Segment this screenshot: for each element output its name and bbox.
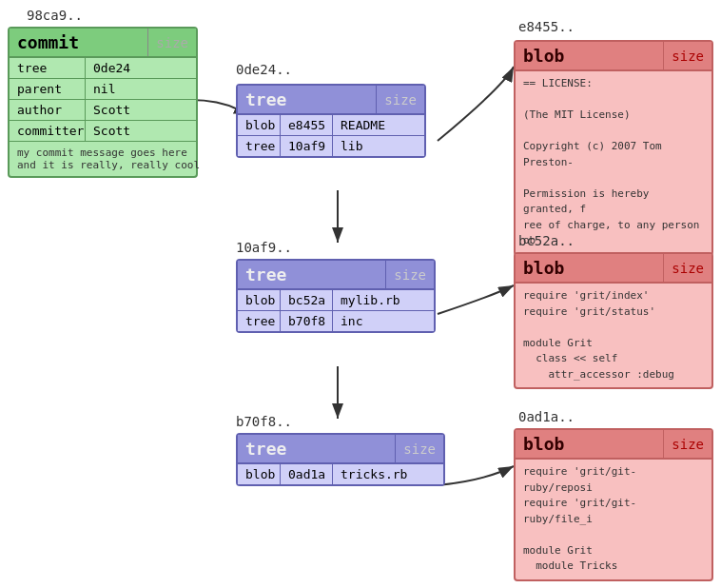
blob1-content: == LICENSE: (The MIT License) Copyright … (516, 71, 711, 254)
tree3-blob-name: tricks.rb (333, 464, 443, 484)
tree2-title: tree (238, 261, 385, 288)
tree3-size: size (395, 435, 443, 462)
tree1-blob-type: blob (238, 115, 281, 135)
tree1-title: tree (238, 86, 376, 113)
blob2-hash-label: bc52a.. (518, 233, 575, 248)
blob3-hash-label: 0ad1a.. (518, 409, 575, 424)
tree1-row-tree: tree 10af9 lib (238, 136, 424, 156)
commit-box: commit size tree 0de24 parent nil author… (8, 27, 198, 178)
commit-parent-label: parent (10, 79, 86, 99)
commit-row-author: author Scott (10, 100, 196, 121)
commit-row-tree: tree 0de24 (10, 58, 196, 79)
tree1-row-blob: blob e8455 README (238, 115, 424, 136)
commit-hash-label: 98ca9.. (27, 8, 83, 23)
tree2-hash-label: 10af9.. (236, 240, 292, 255)
tree2-tree-hash: b70f8 (281, 311, 333, 331)
tree2-row-tree: tree b70f8 inc (238, 311, 434, 331)
tree2-header: tree size (238, 261, 434, 290)
tree2-size: size (385, 261, 434, 288)
blob3-size: size (663, 430, 711, 458)
blob1-title: blob (516, 42, 663, 69)
commit-parent-value: nil (86, 79, 196, 99)
tree1-header: tree size (238, 86, 424, 115)
tree2-blob-type: blob (238, 290, 281, 310)
commit-committer-value: Scott (86, 121, 196, 141)
commit-size: size (147, 29, 196, 56)
tree3-title: tree (238, 435, 395, 462)
commit-message: my commit message goes here and it is re… (10, 142, 196, 176)
commit-tree-value: 0de24 (86, 58, 196, 78)
tree3-box: tree size blob 0ad1a tricks.rb (236, 433, 445, 486)
tree3-row-blob: blob 0ad1a tricks.rb (238, 464, 443, 484)
tree2-row-blob: blob bc52a mylib.rb (238, 290, 434, 311)
tree3-header: tree size (238, 435, 443, 464)
diagram: 98ca9.. commit size tree 0de24 parent ni… (0, 0, 721, 588)
tree1-tree-type: tree (238, 136, 281, 156)
blob3-box: blob size require 'grit/git-ruby/reposi … (514, 428, 713, 581)
blob1-hash-label: e8455.. (518, 19, 575, 34)
tree1-tree-hash: 10af9 (281, 136, 333, 156)
blob2-size: size (663, 254, 711, 282)
tree2-box: tree size blob bc52a mylib.rb tree b70f8… (236, 259, 436, 333)
blob2-title: blob (516, 254, 663, 282)
commit-row-parent: parent nil (10, 79, 196, 100)
blob1-header: blob size (516, 42, 711, 71)
blob3-header: blob size (516, 430, 711, 460)
tree1-hash-label: 0de24.. (236, 62, 292, 77)
commit-author-value: Scott (86, 100, 196, 120)
tree1-tree-name: lib (333, 136, 424, 156)
tree2-tree-name: inc (333, 311, 434, 331)
commit-tree-label: tree (10, 58, 86, 78)
blob2-header: blob size (516, 254, 711, 284)
commit-header: commit size (10, 29, 196, 58)
tree2-blob-name: mylib.rb (333, 290, 434, 310)
tree3-blob-hash: 0ad1a (281, 464, 333, 484)
blob2-content: require 'grit/index' require 'grit/statu… (516, 284, 711, 387)
tree1-box: tree size blob e8455 README tree 10af9 l… (236, 84, 426, 158)
commit-title: commit (10, 29, 147, 56)
tree2-blob-hash: bc52a (281, 290, 333, 310)
blob1-size: size (663, 42, 711, 69)
blob3-content: require 'grit/git-ruby/reposi require 'g… (516, 460, 711, 579)
blob2-box: blob size require 'grit/index' require '… (514, 252, 713, 389)
commit-committer-label: committer (10, 121, 86, 141)
tree1-blob-hash: e8455 (281, 115, 333, 135)
commit-row-committer: committer Scott (10, 121, 196, 142)
tree3-hash-label: b70f8.. (236, 414, 292, 429)
blob1-box: blob size == LICENSE: (The MIT License) … (514, 40, 713, 256)
commit-author-label: author (10, 100, 86, 120)
tree1-blob-name: README (333, 115, 424, 135)
blob3-title: blob (516, 430, 663, 458)
tree2-tree-type: tree (238, 311, 281, 331)
tree3-blob-type: blob (238, 464, 281, 484)
tree1-size: size (376, 86, 424, 113)
